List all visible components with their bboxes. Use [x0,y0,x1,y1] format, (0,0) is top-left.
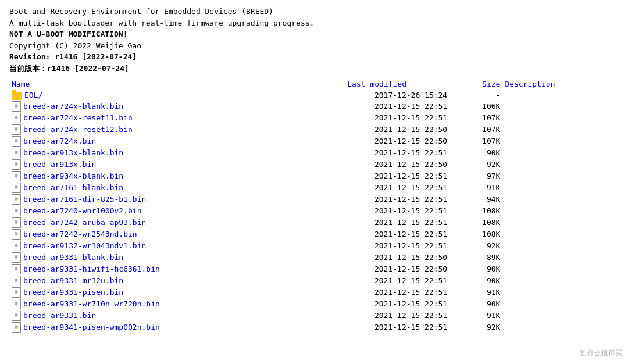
file-modified-cell: 2021-12-15 22:51 [299,182,454,194]
file-desc-cell [502,275,619,287]
table-row: breed-ar724x-reset11.bin2021-12-15 22:51… [9,112,619,124]
file-table: Name Last modified Size Description EOL/… [9,78,619,333]
table-row: breed-ar9341-pisen-wmp002n.bin2021-12-15… [9,322,619,333]
file-link[interactable]: breed-ar9331-wr710n_wr720n.bin [23,299,160,308]
file-size-cell: 94K [454,194,502,205]
col-name-link[interactable]: Name [12,80,30,88]
table-row: breed-ar913x.bin2021-12-15 22:5092K [9,159,619,170]
file-link[interactable]: breed-ar9331-pisen.bin [23,287,123,296]
file-desc-cell [502,112,619,124]
col-desc-link[interactable]: Description [505,80,555,88]
table-row: breed-ar724x-blank.bin2021-12-15 22:5110… [9,101,619,112]
col-desc-header[interactable]: Description [502,78,619,90]
file-name-cell: breed-ar7161-blank.bin [9,182,299,194]
col-size-header[interactable]: Size [454,78,502,90]
file-link[interactable]: breed-ar7242-aruba-ap93.bin [23,217,146,226]
file-modified-cell: 2021-12-15 22:50 [299,135,454,147]
file-link[interactable]: breed-ar913x.bin [23,159,96,168]
file-desc-cell [502,229,619,240]
file-icon [12,311,21,321]
file-size-cell: 97K [454,170,502,182]
file-icon [12,276,21,286]
file-modified-cell: 2017-12-26 15:24 [299,90,454,101]
file-desc-cell [502,252,619,263]
file-link[interactable]: breed-ar724x-blank.bin [23,101,123,110]
header-line5: Revision: r1416 [2022-07-24] [9,51,619,63]
file-link[interactable]: breed-ar9331.bin [23,311,96,319]
table-row: breed-ar7240-wnr1000v2.bin2021-12-15 22:… [9,205,619,217]
file-name-cell: breed-ar913x-blank.bin [9,147,299,159]
file-name-cell: breed-ar7242-wr2543nd.bin [9,229,299,240]
file-icon [12,299,21,309]
file-desc-cell [502,101,619,112]
file-desc-cell [502,124,619,135]
file-link[interactable]: breed-ar724x-reset12.bin [23,124,133,133]
col-modified-link[interactable]: Last modified [347,80,406,88]
table-row: breed-ar9331-wr710n_wr720n.bin2021-12-15… [9,298,619,310]
file-icon [12,264,21,274]
file-icon [12,287,21,298]
file-link[interactable]: breed-ar7161-blank.bin [23,183,123,191]
file-link[interactable]: breed-ar9331-hiwifi-hc6361.bin [23,264,160,273]
table-row: breed-ar724x.bin2021-12-15 22:50107K [9,135,619,147]
file-icon [12,171,21,181]
table-row: breed-ar7161-blank.bin2021-12-15 22:5191… [9,182,619,194]
file-link[interactable]: EOL/ [24,91,42,99]
file-link[interactable]: breed-ar934x-blank.bin [23,171,123,180]
file-icon [12,101,21,112]
file-size-cell: 92K [454,240,502,252]
file-name-cell: breed-ar9331-hiwifi-hc6361.bin [9,263,299,275]
file-size-cell: 107K [454,112,502,124]
file-size-cell: 90K [454,147,502,159]
file-desc-cell [502,287,619,298]
file-icon [12,217,21,228]
file-modified-cell: 2021-12-15 22:51 [299,322,454,333]
file-size-cell: 106K [454,101,502,112]
file-link[interactable]: breed-ar913x-blank.bin [23,148,123,156]
file-link[interactable]: breed-ar7161-dir-825-b1.bin [23,194,146,203]
file-link[interactable]: breed-ar724x-reset11.bin [23,113,133,122]
file-modified-cell: 2021-12-15 22:50 [299,124,454,135]
file-modified-cell: 2021-12-15 22:51 [299,310,454,322]
file-desc-cell [502,147,619,159]
col-size-link[interactable]: Size [482,80,500,88]
file-link[interactable]: breed-ar7242-wr2543nd.bin [23,229,137,238]
file-name-cell: breed-ar724x-blank.bin [9,101,299,112]
file-size-cell: - [454,90,502,101]
table-row: breed-ar7242-wr2543nd.bin2021-12-15 22:5… [9,229,619,240]
file-size-cell: 108K [454,229,502,240]
file-size-cell: 108K [454,205,502,217]
file-link[interactable]: breed-ar9331-mr12u.bin [23,276,123,284]
file-icon [12,229,21,240]
file-modified-cell: 2021-12-15 22:51 [299,170,454,182]
file-modified-cell: 2021-12-15 22:51 [299,205,454,217]
file-icon [12,113,21,123]
file-modified-cell: 2021-12-15 22:51 [299,240,454,252]
file-modified-cell: 2021-12-15 22:51 [299,298,454,310]
table-row: EOL/2017-12-26 15:24- [9,90,619,101]
file-desc-cell [502,298,619,310]
header-line4: Copyright (C) 2022 Weijie Gao [9,40,619,52]
file-icon [12,241,21,251]
file-size-cell: 91K [454,182,502,194]
file-modified-cell: 2021-12-15 22:51 [299,287,454,298]
file-size-cell: 90K [454,263,502,275]
file-icon [12,159,21,170]
file-name-cell: breed-ar9341-pisen-wmp002n.bin [9,322,299,333]
file-link[interactable]: breed-ar9132-wr1043ndv1.bin [23,241,146,249]
col-modified-header[interactable]: Last modified [299,78,454,90]
file-desc-cell [502,90,619,101]
file-name-cell: breed-ar9132-wr1043ndv1.bin [9,240,299,252]
col-name-header[interactable]: Name [9,78,299,90]
table-row: breed-ar9331-pisen.bin2021-12-15 22:5191… [9,287,619,298]
folder-icon [12,92,22,100]
file-desc-cell [502,182,619,194]
file-link[interactable]: breed-ar9331-blank.bin [23,252,123,261]
file-modified-cell: 2021-12-15 22:51 [299,275,454,287]
table-row: breed-ar9331-hiwifi-hc6361.bin2021-12-15… [9,263,619,275]
file-link[interactable]: breed-ar724x.bin [23,136,96,145]
file-link[interactable]: breed-ar7240-wnr1000v2.bin [23,206,142,215]
file-link[interactable]: breed-ar9341-pisen-wmp002n.bin [23,322,160,331]
file-size-cell: 107K [454,135,502,147]
file-icon [12,148,21,158]
